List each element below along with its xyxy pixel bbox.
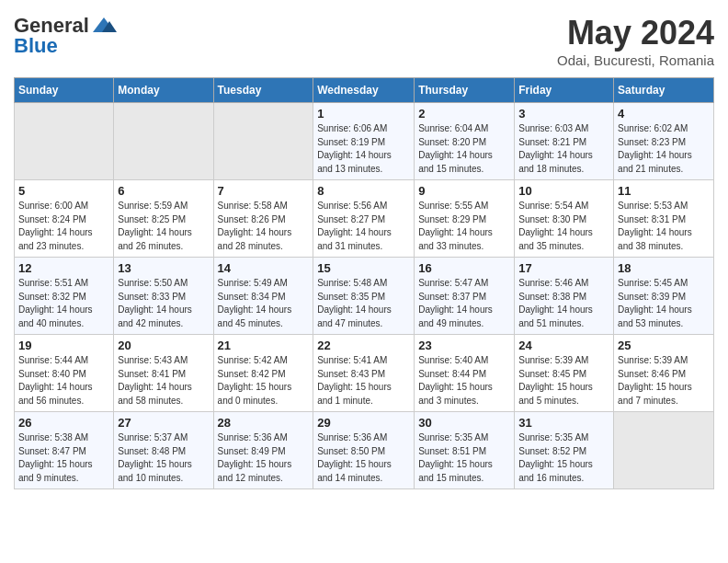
calendar-cell: 3Sunrise: 6:03 AMSunset: 8:21 PMDaylight… — [515, 103, 614, 180]
day-number: 14 — [218, 261, 310, 275]
weekday-header-thursday: Thursday — [415, 78, 515, 103]
day-number: 24 — [518, 339, 609, 352]
calendar-cell: 24Sunrise: 5:39 AMSunset: 8:45 PMDayligh… — [515, 335, 614, 412]
day-info: Sunrise: 5:40 AMSunset: 8:44 PMDaylight:… — [418, 354, 510, 408]
day-number: 11 — [618, 184, 710, 198]
day-info: Sunrise: 5:35 AMSunset: 8:51 PMDaylight:… — [418, 431, 510, 485]
calendar-cell: 13Sunrise: 5:50 AMSunset: 8:33 PMDayligh… — [114, 258, 213, 335]
day-info: Sunrise: 6:04 AMSunset: 8:20 PMDaylight:… — [418, 122, 510, 176]
day-info: Sunrise: 5:53 AMSunset: 8:31 PMDaylight:… — [618, 200, 710, 253]
title-block: May 2024 Odai, Bucuresti, Romania — [557, 14, 714, 68]
calendar-cell — [15, 103, 114, 180]
day-number: 2 — [418, 107, 510, 121]
day-info: Sunrise: 5:44 AMSunset: 8:40 PMDaylight:… — [18, 354, 109, 408]
day-number: 12 — [18, 261, 109, 275]
page-header: General Blue May 2024 Odai, Bucuresti, R… — [14, 14, 714, 68]
calendar-cell: 4Sunrise: 6:02 AMSunset: 8:23 PMDaylight… — [614, 103, 714, 180]
month-year-title: May 2024 — [557, 14, 714, 52]
calendar-cell: 10Sunrise: 5:54 AMSunset: 8:30 PMDayligh… — [515, 180, 614, 258]
day-number: 23 — [418, 339, 510, 352]
day-number: 26 — [18, 416, 109, 430]
calendar-cell: 27Sunrise: 5:37 AMSunset: 8:48 PMDayligh… — [114, 412, 213, 489]
calendar-cell: 11Sunrise: 5:53 AMSunset: 8:31 PMDayligh… — [614, 180, 714, 258]
calendar-cell — [614, 412, 714, 489]
day-info: Sunrise: 5:51 AMSunset: 8:32 PMDaylight:… — [18, 277, 109, 330]
calendar-cell: 7Sunrise: 5:58 AMSunset: 8:26 PMDaylight… — [213, 180, 313, 258]
calendar-cell: 19Sunrise: 5:44 AMSunset: 8:40 PMDayligh… — [15, 335, 114, 412]
day-info: Sunrise: 5:49 AMSunset: 8:34 PMDaylight:… — [218, 277, 310, 330]
day-info: Sunrise: 6:00 AMSunset: 8:24 PMDaylight:… — [18, 200, 109, 253]
day-number: 13 — [118, 261, 209, 275]
calendar-cell: 22Sunrise: 5:41 AMSunset: 8:43 PMDayligh… — [313, 335, 415, 412]
day-number: 21 — [218, 339, 310, 352]
calendar-cell: 29Sunrise: 5:36 AMSunset: 8:50 PMDayligh… — [313, 412, 415, 489]
day-number: 10 — [518, 184, 609, 198]
day-info: Sunrise: 5:37 AMSunset: 8:48 PMDaylight:… — [118, 431, 209, 485]
weekday-header-monday: Monday — [114, 78, 213, 103]
day-number: 3 — [518, 107, 609, 121]
day-number: 27 — [118, 416, 209, 430]
calendar-cell — [114, 103, 213, 180]
day-number: 8 — [317, 184, 410, 198]
logo-icon — [91, 16, 117, 36]
day-number: 9 — [418, 184, 510, 198]
day-info: Sunrise: 5:42 AMSunset: 8:42 PMDaylight:… — [218, 354, 310, 408]
day-number: 29 — [317, 416, 410, 430]
weekday-header-friday: Friday — [515, 78, 614, 103]
day-info: Sunrise: 5:43 AMSunset: 8:41 PMDaylight:… — [118, 354, 209, 408]
day-number: 20 — [118, 339, 209, 352]
day-number: 25 — [618, 339, 710, 352]
calendar-cell: 21Sunrise: 5:42 AMSunset: 8:42 PMDayligh… — [213, 335, 313, 412]
calendar-cell: 15Sunrise: 5:48 AMSunset: 8:35 PMDayligh… — [313, 258, 415, 335]
day-info: Sunrise: 5:46 AMSunset: 8:38 PMDaylight:… — [518, 277, 609, 330]
day-info: Sunrise: 6:06 AMSunset: 8:19 PMDaylight:… — [317, 122, 410, 176]
day-info: Sunrise: 5:59 AMSunset: 8:25 PMDaylight:… — [118, 200, 209, 253]
day-info: Sunrise: 5:56 AMSunset: 8:27 PMDaylight:… — [317, 200, 410, 253]
logo: General Blue — [14, 14, 117, 58]
day-info: Sunrise: 5:39 AMSunset: 8:46 PMDaylight:… — [618, 354, 710, 408]
calendar-cell: 16Sunrise: 5:47 AMSunset: 8:37 PMDayligh… — [415, 258, 515, 335]
day-number: 7 — [218, 184, 310, 198]
weekday-header-sunday: Sunday — [15, 78, 114, 103]
day-number: 31 — [518, 416, 609, 430]
calendar-cell: 17Sunrise: 5:46 AMSunset: 8:38 PMDayligh… — [515, 258, 614, 335]
calendar-cell: 2Sunrise: 6:04 AMSunset: 8:20 PMDaylight… — [415, 103, 515, 180]
day-number: 28 — [218, 416, 310, 430]
calendar-cell: 6Sunrise: 5:59 AMSunset: 8:25 PMDaylight… — [114, 180, 213, 258]
calendar-cell: 1Sunrise: 6:06 AMSunset: 8:19 PMDaylight… — [313, 103, 415, 180]
calendar-cell: 28Sunrise: 5:36 AMSunset: 8:49 PMDayligh… — [213, 412, 313, 489]
day-info: Sunrise: 5:45 AMSunset: 8:39 PMDaylight:… — [618, 277, 710, 330]
day-info: Sunrise: 5:48 AMSunset: 8:35 PMDaylight:… — [317, 277, 410, 330]
day-number: 19 — [18, 339, 109, 352]
day-number: 30 — [418, 416, 510, 430]
calendar-cell: 30Sunrise: 5:35 AMSunset: 8:51 PMDayligh… — [415, 412, 515, 489]
weekday-header-saturday: Saturday — [614, 78, 714, 103]
day-number: 6 — [118, 184, 209, 198]
day-info: Sunrise: 5:35 AMSunset: 8:52 PMDaylight:… — [518, 431, 609, 485]
day-number: 4 — [618, 107, 710, 121]
day-info: Sunrise: 6:02 AMSunset: 8:23 PMDaylight:… — [618, 122, 710, 176]
calendar-cell: 31Sunrise: 5:35 AMSunset: 8:52 PMDayligh… — [515, 412, 614, 489]
calendar-cell: 12Sunrise: 5:51 AMSunset: 8:32 PMDayligh… — [15, 258, 114, 335]
day-number: 17 — [518, 261, 609, 275]
calendar-cell: 26Sunrise: 5:38 AMSunset: 8:47 PMDayligh… — [15, 412, 114, 489]
day-info: Sunrise: 5:41 AMSunset: 8:43 PMDaylight:… — [317, 354, 410, 408]
day-info: Sunrise: 5:58 AMSunset: 8:26 PMDaylight:… — [218, 200, 310, 253]
calendar-cell: 20Sunrise: 5:43 AMSunset: 8:41 PMDayligh… — [114, 335, 213, 412]
calendar-cell: 18Sunrise: 5:45 AMSunset: 8:39 PMDayligh… — [614, 258, 714, 335]
day-number: 5 — [18, 184, 109, 198]
calendar-table: SundayMondayTuesdayWednesdayThursdayFrid… — [14, 77, 714, 489]
calendar-cell: 5Sunrise: 6:00 AMSunset: 8:24 PMDaylight… — [15, 180, 114, 258]
day-info: Sunrise: 5:47 AMSunset: 8:37 PMDaylight:… — [418, 277, 510, 330]
day-info: Sunrise: 5:36 AMSunset: 8:49 PMDaylight:… — [218, 431, 310, 485]
day-number: 15 — [317, 261, 410, 275]
calendar-cell: 14Sunrise: 5:49 AMSunset: 8:34 PMDayligh… — [213, 258, 313, 335]
day-info: Sunrise: 5:39 AMSunset: 8:45 PMDaylight:… — [518, 354, 609, 408]
day-info: Sunrise: 5:36 AMSunset: 8:50 PMDaylight:… — [317, 431, 410, 485]
day-info: Sunrise: 5:50 AMSunset: 8:33 PMDaylight:… — [118, 277, 209, 330]
day-info: Sunrise: 5:54 AMSunset: 8:30 PMDaylight:… — [518, 200, 609, 253]
weekday-header-tuesday: Tuesday — [213, 78, 313, 103]
day-number: 22 — [317, 339, 410, 352]
day-number: 1 — [317, 107, 410, 121]
day-number: 16 — [418, 261, 510, 275]
